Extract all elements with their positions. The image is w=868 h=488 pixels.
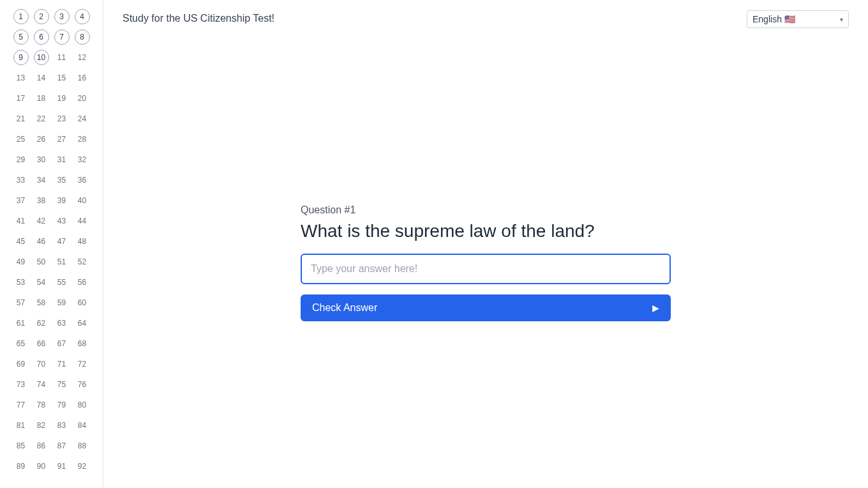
question-number-1[interactable]: 1 [13, 9, 29, 24]
question-number-78[interactable]: 78 [34, 397, 49, 413]
question-number-label: Question #1 [301, 204, 671, 216]
question-number-16[interactable]: 16 [75, 70, 90, 86]
question-number-73[interactable]: 73 [13, 377, 29, 392]
question-number-32[interactable]: 32 [75, 152, 90, 167]
check-answer-label: Check Answer [312, 302, 377, 314]
check-answer-button[interactable]: Check Answer ▶ [301, 294, 671, 321]
question-number-2[interactable]: 2 [34, 9, 49, 24]
question-number-77[interactable]: 77 [13, 397, 29, 413]
question-number-56[interactable]: 56 [75, 275, 90, 290]
question-number-52[interactable]: 52 [75, 254, 90, 270]
question-number-33[interactable]: 33 [13, 172, 29, 188]
question-number-38[interactable]: 38 [34, 193, 49, 208]
question-number-35[interactable]: 35 [54, 172, 70, 188]
question-number-75[interactable]: 75 [54, 377, 70, 392]
question-number-79[interactable]: 79 [54, 397, 70, 413]
question-number-24[interactable]: 24 [75, 111, 90, 126]
question-number-71[interactable]: 71 [54, 356, 70, 372]
question-number-72[interactable]: 72 [75, 356, 90, 372]
question-number-66[interactable]: 66 [34, 336, 49, 351]
question-number-34[interactable]: 34 [34, 172, 49, 188]
question-number-83[interactable]: 83 [54, 418, 70, 433]
question-number-9[interactable]: 9 [13, 50, 29, 65]
question-number-8[interactable]: 8 [75, 29, 90, 45]
question-number-64[interactable]: 64 [75, 316, 90, 331]
question-number-44[interactable]: 44 [75, 213, 90, 229]
question-number-23[interactable]: 23 [54, 111, 70, 126]
question-number-92[interactable]: 92 [75, 459, 90, 474]
question-number-54[interactable]: 54 [34, 275, 49, 290]
question-number-76[interactable]: 76 [75, 377, 90, 392]
question-number-61[interactable]: 61 [13, 316, 29, 331]
question-number-50[interactable]: 50 [34, 254, 49, 270]
question-number-46[interactable]: 46 [34, 234, 49, 249]
language-select[interactable]: English 🇺🇸 ▾ [747, 10, 849, 28]
question-number-69[interactable]: 69 [13, 356, 29, 372]
question-number-4[interactable]: 4 [75, 9, 90, 24]
question-number-25[interactable]: 25 [13, 132, 29, 147]
play-icon: ▶ [652, 303, 659, 313]
question-number-7[interactable]: 7 [54, 29, 70, 45]
question-number-68[interactable]: 68 [75, 336, 90, 351]
question-number-49[interactable]: 49 [13, 254, 29, 270]
question-number-80[interactable]: 80 [75, 397, 90, 413]
question-number-31[interactable]: 31 [54, 152, 70, 167]
question-number-36[interactable]: 36 [75, 172, 90, 188]
question-number-67[interactable]: 67 [54, 336, 70, 351]
question-number-81[interactable]: 81 [13, 418, 29, 433]
answer-input[interactable] [301, 254, 671, 284]
question-number-3[interactable]: 3 [54, 9, 70, 24]
question-number-57[interactable]: 57 [13, 295, 29, 310]
question-number-30[interactable]: 30 [34, 152, 49, 167]
question-number-17[interactable]: 17 [13, 91, 29, 106]
question-number-85[interactable]: 85 [13, 438, 29, 454]
question-number-42[interactable]: 42 [34, 213, 49, 229]
question-number-13[interactable]: 13 [13, 70, 29, 86]
question-number-84[interactable]: 84 [75, 418, 90, 433]
question-number-20[interactable]: 20 [75, 91, 90, 106]
question-number-39[interactable]: 39 [54, 193, 70, 208]
question-number-10[interactable]: 10 [34, 50, 49, 65]
question-number-82[interactable]: 82 [34, 418, 49, 433]
question-number-51[interactable]: 51 [54, 254, 70, 270]
question-number-90[interactable]: 90 [34, 459, 49, 474]
question-number-29[interactable]: 29 [13, 152, 29, 167]
question-number-63[interactable]: 63 [54, 316, 70, 331]
question-number-60[interactable]: 60 [75, 295, 90, 310]
question-text: What is the supreme law of the land? [301, 220, 671, 242]
question-number-74[interactable]: 74 [34, 377, 49, 392]
question-number-40[interactable]: 40 [75, 193, 90, 208]
question-number-87[interactable]: 87 [54, 438, 70, 454]
question-number-88[interactable]: 88 [75, 438, 90, 454]
question-number-70[interactable]: 70 [34, 356, 49, 372]
question-number-62[interactable]: 62 [34, 316, 49, 331]
question-number-45[interactable]: 45 [13, 234, 29, 249]
question-number-53[interactable]: 53 [13, 275, 29, 290]
question-number-86[interactable]: 86 [34, 438, 49, 454]
question-number-41[interactable]: 41 [13, 213, 29, 229]
question-number-6[interactable]: 6 [34, 29, 49, 45]
question-number-59[interactable]: 59 [54, 295, 70, 310]
question-number-28[interactable]: 28 [75, 132, 90, 147]
question-number-11[interactable]: 11 [54, 50, 70, 65]
question-number-43[interactable]: 43 [54, 213, 70, 229]
question-number-55[interactable]: 55 [54, 275, 70, 290]
question-number-15[interactable]: 15 [54, 70, 70, 86]
question-number-14[interactable]: 14 [34, 70, 49, 86]
question-number-22[interactable]: 22 [34, 111, 49, 126]
question-number-26[interactable]: 26 [34, 132, 49, 147]
question-number-65[interactable]: 65 [13, 336, 29, 351]
question-number-12[interactable]: 12 [75, 50, 90, 65]
question-number-37[interactable]: 37 [13, 193, 29, 208]
question-number-5[interactable]: 5 [13, 29, 29, 45]
question-number-89[interactable]: 89 [13, 459, 29, 474]
question-number-58[interactable]: 58 [34, 295, 49, 310]
chevron-down-icon: ▾ [840, 16, 843, 23]
question-number-18[interactable]: 18 [34, 91, 49, 106]
question-number-91[interactable]: 91 [54, 459, 70, 474]
question-number-48[interactable]: 48 [75, 234, 90, 249]
question-number-47[interactable]: 47 [54, 234, 70, 249]
question-number-21[interactable]: 21 [13, 111, 29, 126]
question-number-27[interactable]: 27 [54, 132, 70, 147]
question-number-19[interactable]: 19 [54, 91, 70, 106]
